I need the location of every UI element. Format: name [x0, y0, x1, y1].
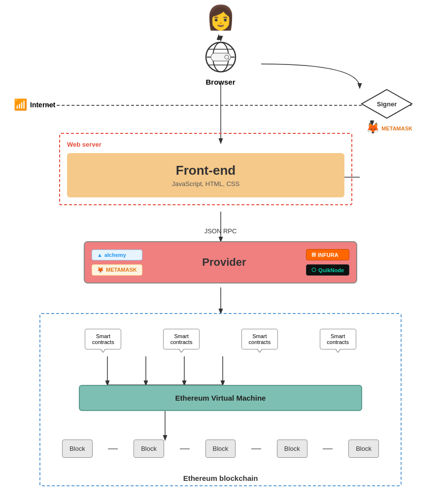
block-4: Block	[277, 440, 307, 458]
metamask-provider-label: METAMASK	[106, 267, 137, 273]
signer-diamond: Signer	[360, 88, 414, 120]
provider-logos-right: ⊞ INFURA ⬡ QuikNode	[306, 249, 349, 276]
alchemy-label: alchemy	[104, 252, 126, 258]
metamask-provider-icon: 🦊	[97, 267, 104, 273]
blocks-row: Block Block Block Block Block	[54, 440, 387, 458]
quiknode-icon: ⬡	[311, 267, 316, 273]
block-5: Block	[348, 440, 379, 458]
svg-rect-18	[211, 53, 231, 61]
alchemy-icon: ▲	[97, 252, 102, 258]
evm-box: Ethereum Virtual Machine	[79, 385, 362, 411]
metamask-provider-badge: 🦊 METAMASK	[92, 264, 142, 276]
metamask-fox-icon: 🦊	[366, 122, 379, 135]
diagram-container: 👩 Browser 📶 Internet Signer 🦊	[0, 0, 441, 504]
person-icon: 👩	[206, 6, 236, 30]
smart-contract-4: Smart contracts	[320, 329, 356, 349]
infura-label: INFURA	[318, 252, 339, 258]
smart-contract-1: Smart contracts	[85, 329, 121, 349]
metamask-area: 🦊 METAMASK	[366, 122, 412, 135]
infura-badge: ⊞ INFURA	[306, 249, 349, 260]
frontend-title: Front-end	[77, 163, 335, 178]
webserver-label: Web server	[67, 141, 344, 148]
blockchain-label: Ethereum blockchain	[183, 474, 258, 482]
metamask-text: METAMASK	[381, 126, 412, 131]
smart-contract-3: Smart contracts	[241, 329, 278, 349]
browser-box: Browser	[203, 39, 238, 86]
quiknode-label: QuikNode	[318, 267, 344, 273]
frontend-box: Front-end JavaScript, HTML, CSS	[67, 153, 344, 197]
jsonrpc-label: JSON RPC	[204, 227, 237, 235]
browser-label: Browser	[205, 78, 235, 86]
block-connector-1	[108, 448, 118, 449]
frontend-subtitle: JavaScript, HTML, CSS	[77, 180, 335, 188]
block-connector-3	[251, 448, 261, 449]
block-connector-2	[180, 448, 190, 449]
wifi-icon: 📶	[14, 98, 27, 111]
smart-contracts-row: Smart contracts Smart contracts Smart co…	[64, 329, 377, 349]
smart-contract-2: Smart contracts	[163, 329, 200, 349]
browser-icon	[203, 39, 238, 75]
provider-label: Provider	[147, 256, 301, 269]
provider-box: ▲ alchemy 🦊 METAMASK Provider ⊞ INFURA ⬡…	[84, 241, 357, 284]
block-3: Block	[205, 440, 236, 458]
internet-line	[47, 105, 411, 106]
alchemy-badge: ▲ alchemy	[92, 250, 142, 260]
block-connector-4	[323, 448, 333, 449]
block-2: Block	[134, 440, 164, 458]
block-1: Block	[62, 440, 93, 458]
provider-logos-left: ▲ alchemy 🦊 METAMASK	[92, 250, 142, 276]
webserver-box: Web server Front-end JavaScript, HTML, C…	[59, 133, 352, 205]
svg-marker-21	[362, 90, 412, 118]
infura-icon: ⊞	[311, 252, 316, 258]
quiknode-badge: ⬡ QuikNode	[306, 264, 349, 276]
